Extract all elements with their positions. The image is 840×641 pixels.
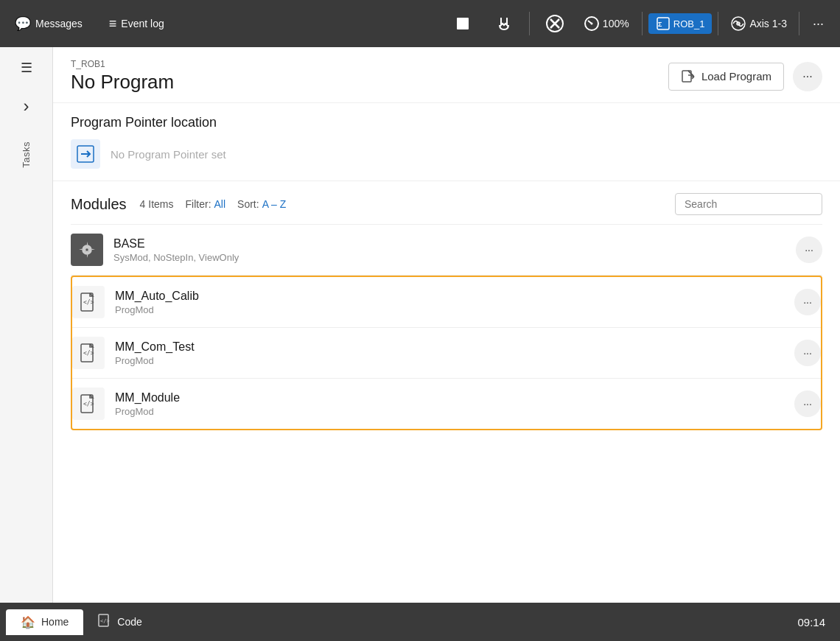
module-type-mm-module: ProgMod [115,406,794,417]
rob-button[interactable]: Σ ROB_1 [648,13,713,34]
separator-1 [529,12,530,35]
module-type-mm-com-test: ProgMod [115,355,794,366]
pointer-section: Program Pointer location No Program Poin… [53,103,840,181]
separator-3 [718,12,718,35]
module-name-mm-module: MM_Module [115,391,794,404]
module-name-mm-auto-calib: MM_Auto_Calib [115,290,794,303]
subtitle: T_ROB1 [71,59,174,69]
module-info-mm-com-test: MM_Com_Test ProgMod [115,340,794,366]
modules-count: 4 Items [140,198,174,210]
modules-header: Modules 4 Items Filter: All Sort: A – Z [71,193,822,215]
filter-label: Filter: [186,198,211,210]
messages-label: Messages [35,18,83,29]
module-name-base: BASE [113,237,796,251]
estop-button[interactable] [536,6,574,41]
module-info-mm-module: MM_Module ProgMod [115,391,794,417]
load-program-button[interactable]: Load Program [668,63,784,91]
module-more-button-mm-auto-calib[interactable]: ··· [794,289,821,315]
home-icon: 🏠 [21,615,35,629]
rob-label: ROB_1 [673,18,705,29]
code-tab[interactable]: </> Code [83,608,156,636]
sidebar-menu-button[interactable]: ☰ [9,53,44,83]
title-group: T_ROB1 No Program [71,59,174,94]
separator-4 [799,12,799,35]
top-bar-right: 100% Σ ROB_1 Axis 1-3 ··· [444,6,831,41]
svg-point-14 [85,248,89,252]
arrow-icon: › [24,96,29,116]
header-actions: Load Program ··· [668,62,822,91]
module-icon-base [71,234,103,266]
speed-button[interactable]: 100% [577,6,636,41]
topbar-more-button[interactable]: ··· [805,13,831,35]
top-bar-left: 💬 Messages ≡ Event log [9,13,444,35]
svg-text:</>: </> [100,618,110,624]
messages-icon: 💬 [15,15,31,32]
stop-button[interactable] [444,6,482,41]
pointer-arrow-icon [77,145,94,163]
load-program-icon [681,69,696,84]
module-more-button-mm-com-test[interactable]: ··· [794,340,821,366]
sidebar-arrow-button[interactable]: › [9,91,44,121]
code-label: Code [117,616,141,628]
svg-text:</>: </> [83,401,94,407]
header-more-icon: ··· [802,70,812,83]
search-input[interactable] [675,193,822,215]
pointer-section-title: Program Pointer location [71,115,822,130]
selection-box: </> MM_Auto_Calib ProgMod ··· [71,276,822,430]
sidebar: ☰ › Tasks [0,47,53,603]
speed-label: 100% [603,18,629,29]
sidebar-tasks-label[interactable]: Tasks [21,141,32,168]
eventlog-label: Event log [121,18,164,29]
filter-value[interactable]: All [214,198,226,210]
sort-value[interactable]: A – Z [262,198,675,210]
home-tab[interactable]: 🏠 Home [6,609,83,635]
pointer-row: No Program Pointer set [71,139,822,169]
svg-text:</>: </> [83,299,94,306]
load-program-label: Load Program [701,70,771,83]
module-more-button-base[interactable]: ··· [796,237,822,263]
no-pointer-text: No Program Pointer set [111,148,226,161]
module-name-mm-com-test: MM_Com_Test [115,340,794,354]
module-info-base: BASE SysMod, NoStepIn, ViewOnly [113,237,796,263]
code-icon: </> [98,614,111,630]
module-icon-mm-com-test: </> [72,337,105,369]
page-title: No Program [71,71,174,94]
svg-rect-0 [457,18,469,29]
module-item-mm-com-test[interactable]: </> MM_Com_Test ProgMod ··· [72,328,821,379]
module-more-button-mm-module[interactable]: ··· [794,390,821,417]
sort-label: Sort: [237,198,259,210]
teach-button[interactable] [485,6,523,41]
svg-text:</>: </> [83,350,94,357]
main-area: ☰ › Tasks T_ROB1 No Program [0,47,840,603]
top-bar: 💬 Messages ≡ Event log [0,0,840,47]
module-item-mm-auto-calib[interactable]: </> MM_Auto_Calib ProgMod ··· [72,277,821,328]
modules-section: Modules 4 Items Filter: All Sort: A – Z [53,181,840,430]
module-info-mm-auto-calib: MM_Auto_Calib ProgMod [115,290,794,315]
axis-label: Axis 1-3 [749,18,787,29]
module-item-base[interactable]: BASE SysMod, NoStepIn, ViewOnly ··· [71,225,822,276]
search-container [675,193,822,215]
header-more-button[interactable]: ··· [793,62,822,91]
svg-text:Σ: Σ [658,21,662,28]
bottom-time: 09:14 [797,616,834,628]
axis-button[interactable]: Axis 1-3 [724,13,793,35]
modules-title: Modules [71,196,127,213]
module-icon-mm-module: </> [72,388,105,420]
module-icon-mm-auto-calib: </> [72,286,105,318]
pointer-icon [71,139,100,169]
menu-icon: ☰ [21,60,32,76]
module-type-mm-auto-calib: ProgMod [115,304,794,315]
separator-2 [642,12,643,35]
bottom-bar: 🏠 Home </> Code 09:14 [0,603,840,641]
module-type-base: SysMod, NoStepIn, ViewOnly [113,252,796,263]
messages-button[interactable]: 💬 Messages [9,13,88,35]
eventlog-button[interactable]: ≡ Event log [103,13,170,35]
content-panel: T_ROB1 No Program Load Program ··· [53,47,840,603]
svg-point-5 [590,23,592,25]
home-label: Home [41,616,69,628]
content-header: T_ROB1 No Program Load Program ··· [53,47,840,103]
module-item-mm-module[interactable]: </> MM_Module ProgMod ··· [72,379,821,429]
eventlog-icon: ≡ [109,16,117,32]
module-list: BASE SysMod, NoStepIn, ViewOnly ··· </> [71,224,822,430]
